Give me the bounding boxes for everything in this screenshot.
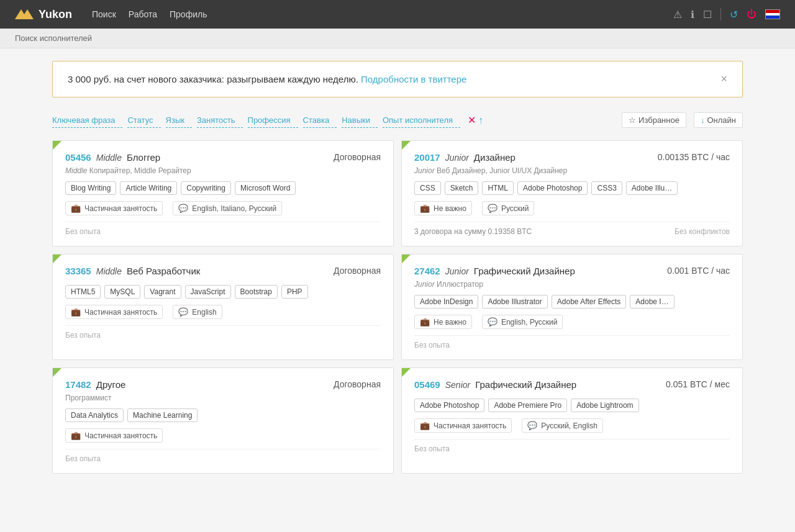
- card-role: Дизайнер: [474, 152, 516, 163]
- card-level: Junior: [445, 266, 469, 276]
- card-20017: 20017 Junior Дизайнер 0.00135 BTC / час …: [401, 140, 743, 246]
- card-header: 20017 Junior Дизайнер 0.00135 BTC / час: [414, 152, 730, 163]
- card-header: 27462 Junior Графический Дизайнер 0.001 …: [414, 266, 730, 276]
- tag[interactable]: Adobe I…: [630, 295, 674, 309]
- card-role: Графический Дизайнер: [475, 379, 576, 390]
- briefcase-icon: 💼: [420, 421, 430, 430]
- card-title: 17482 Другое: [65, 379, 125, 390]
- tag[interactable]: Bootstrap: [235, 285, 278, 299]
- card-27462: 27462 Junior Графический Дизайнер 0.001 …: [401, 254, 743, 360]
- language-meta: 💬 English: [173, 305, 222, 319]
- clear-filters-icon[interactable]: ✕: [468, 114, 476, 126]
- card-role: Другое: [96, 379, 126, 390]
- nav-search[interactable]: Поиск: [92, 9, 116, 19]
- card-header: 17482 Другое Договорная: [65, 379, 381, 390]
- card-subtitle: Junior Веб Дизайнер, Junior UI/UX Дизайн…: [414, 166, 730, 175]
- card-id[interactable]: 33365: [65, 266, 91, 276]
- tag[interactable]: CSS: [414, 181, 441, 195]
- nav-profile[interactable]: Профиль: [170, 9, 207, 19]
- logo-icon: [15, 7, 34, 22]
- card-level: Middle: [96, 153, 122, 163]
- filter-profession[interactable]: Профессия: [248, 113, 298, 128]
- filter-rate[interactable]: Ставка: [303, 113, 337, 128]
- employment-meta: 💼 Частичная занятость: [414, 418, 512, 433]
- card-id[interactable]: 05456: [65, 152, 91, 163]
- briefcase-icon: 💼: [71, 431, 81, 440]
- favorites-button[interactable]: ☆ Избранное: [622, 112, 686, 128]
- tag[interactable]: Data Analytics: [65, 408, 124, 422]
- card-meta: 💼 Частичная занятость 💬 English, Italian…: [65, 201, 381, 215]
- star-icon: ☆: [629, 115, 636, 125]
- tag[interactable]: CSS3: [591, 181, 622, 195]
- promo-banner: 3 000 руб. на счет нового заказчика: раз…: [52, 61, 743, 97]
- promo-close-button[interactable]: ×: [720, 73, 727, 86]
- employment-meta: 💼 Частичная занятость: [65, 428, 163, 443]
- tag[interactable]: Article Writing: [120, 181, 177, 195]
- card-header: 33365 Middle Веб Разработчик Договорная: [65, 266, 381, 276]
- employment-meta: 💼 Не важно: [414, 315, 472, 329]
- tag[interactable]: HTML: [482, 181, 514, 195]
- employment-meta: 💼 Не важно: [414, 201, 472, 215]
- card-tags: HTML5 MySQL Vagrant JavaScript Bootstrap…: [65, 285, 381, 299]
- card-experience: Без опыта: [414, 444, 450, 453]
- card-id[interactable]: 20017: [414, 152, 440, 163]
- filter-language[interactable]: Язык: [166, 113, 192, 128]
- card-tags: Adobe Photoshop Adobe Premiere Pro Adobe…: [414, 399, 730, 412]
- warning-icon[interactable]: ⚠: [673, 9, 682, 20]
- tag[interactable]: JavaScript: [185, 285, 231, 299]
- tag[interactable]: HTML5: [65, 285, 101, 299]
- card-title: 27462 Junior Графический Дизайнер: [414, 266, 575, 276]
- tag[interactable]: Adobe Illustrator: [482, 295, 547, 309]
- flag-icon[interactable]: [765, 9, 780, 19]
- card-header: 05456 Middle Блоггер Договорная: [65, 152, 381, 163]
- filter-keyword[interactable]: Ключевая фраза: [52, 113, 122, 128]
- card-subtitle: Программист: [65, 394, 381, 402]
- card-role: Блоггер: [127, 152, 160, 163]
- speech-icon: 💬: [488, 204, 497, 213]
- online-button[interactable]: ↓ Онлайн: [694, 112, 743, 128]
- tag[interactable]: PHP: [281, 285, 308, 299]
- tag[interactable]: Microsoft Word: [235, 181, 296, 195]
- tag[interactable]: Adobe After Effects: [552, 295, 627, 309]
- tag[interactable]: Sketch: [445, 181, 479, 195]
- tag[interactable]: MySQL: [104, 285, 140, 299]
- card-id[interactable]: 17482: [65, 379, 91, 390]
- tag[interactable]: Copywriting: [181, 181, 231, 195]
- filter-status[interactable]: Статус: [127, 113, 160, 128]
- card-footer: Без опыта: [414, 335, 730, 349]
- refresh-icon[interactable]: ↺: [730, 9, 738, 20]
- sort-up-icon[interactable]: ↑: [478, 115, 483, 126]
- power-icon[interactable]: ⏻: [747, 9, 756, 20]
- speech-icon: 💬: [178, 307, 188, 317]
- card-experience: Без опыта: [65, 454, 101, 463]
- card-id[interactable]: 27462: [414, 266, 440, 276]
- tag[interactable]: Adobe Photoshop: [414, 399, 484, 412]
- tag[interactable]: Adobe InDesign: [414, 295, 478, 309]
- card-no-conflicts: Без конфликтов: [675, 227, 730, 236]
- main-content: 3 000 руб. на счет нового заказчика: раз…: [37, 48, 758, 486]
- filter-skills[interactable]: Навыки: [342, 113, 378, 128]
- briefcase-icon: 💼: [420, 204, 430, 213]
- info-icon[interactable]: ℹ: [691, 9, 694, 20]
- chat-icon[interactable]: ☐: [703, 9, 712, 20]
- promo-text: 3 000 руб. на счет нового заказчика: раз…: [68, 74, 466, 84]
- card-meta: 💼 Частичная занятость 💬 English: [65, 305, 381, 319]
- tag[interactable]: Blog Writing: [65, 181, 116, 195]
- tag[interactable]: Machine Learning: [127, 408, 198, 422]
- tag[interactable]: Adobe Lightroom: [571, 399, 638, 412]
- filter-experience[interactable]: Опыт исполнителя: [383, 113, 460, 128]
- card-subtitle: Middle Копирайтер, Middle Рерайтер: [65, 166, 381, 175]
- tag[interactable]: Adobe Photoshop: [517, 181, 588, 195]
- filter-employment[interactable]: Занятость: [197, 113, 243, 128]
- header-right: ⚠ ℹ ☐ ↺ ⏻: [673, 8, 780, 20]
- header: Yukon Поиск Работа Профиль ⚠ ℹ ☐ ↺ ⏻: [0, 0, 795, 29]
- tag[interactable]: Adobe Illu…: [626, 181, 678, 195]
- logo[interactable]: Yukon: [15, 7, 72, 22]
- language-meta: 💬 Русский: [482, 201, 535, 215]
- tag[interactable]: Vagrant: [144, 285, 181, 299]
- nav-work[interactable]: Работа: [129, 9, 157, 19]
- header-divider: [720, 8, 721, 20]
- promo-link[interactable]: Подробности в твиттере: [361, 74, 466, 84]
- tag[interactable]: Adobe Premiere Pro: [488, 399, 567, 412]
- card-id[interactable]: 05469: [414, 379, 440, 390]
